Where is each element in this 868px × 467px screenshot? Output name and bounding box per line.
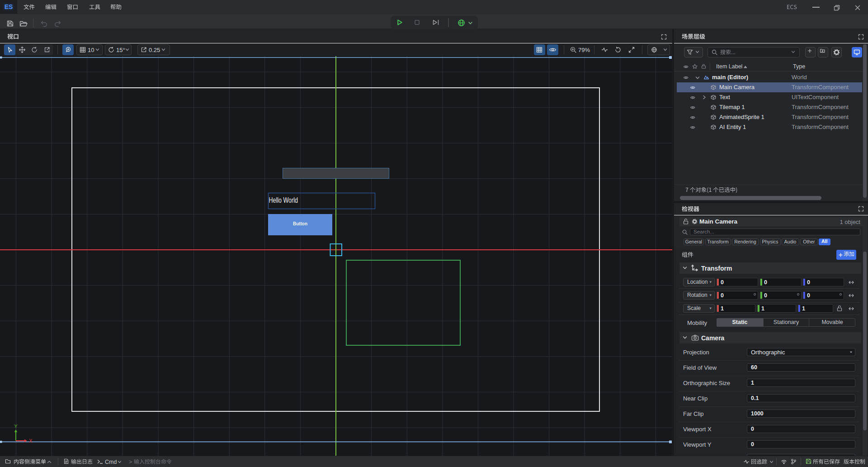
svg-text:X: X bbox=[29, 438, 33, 443]
svg-text:Button: Button bbox=[293, 221, 307, 226]
svg-text:Y: Y bbox=[14, 424, 18, 429]
svg-text:Hello World: Hello World bbox=[269, 196, 298, 204]
